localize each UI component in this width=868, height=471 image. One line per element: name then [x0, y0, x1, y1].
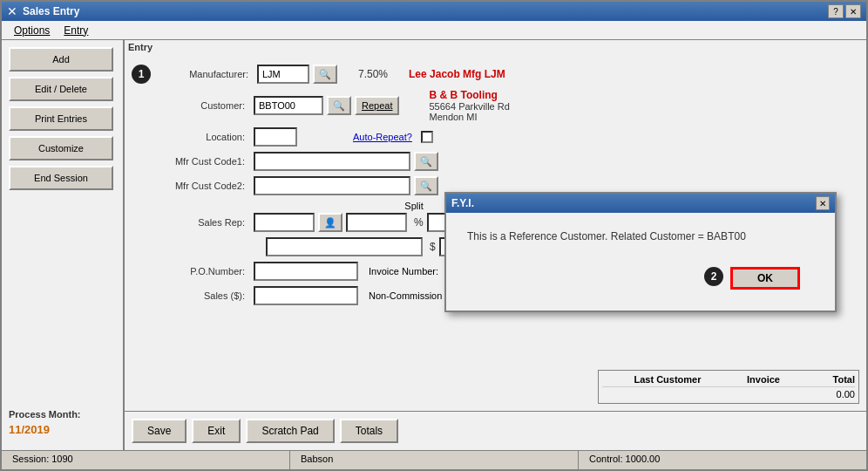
ok-button[interactable]: OK [730, 267, 800, 290]
dialog-message: This is a Reference Customer. Related Cu… [467, 230, 814, 242]
step2-badge: 2 [704, 267, 723, 286]
main-window: ✕ Sales Entry ? ✕ Options Entry Add Edit… [0, 0, 868, 471]
dialog-body: This is a Reference Customer. Related Cu… [446, 213, 835, 311]
dialog-close-button[interactable]: ✕ [816, 196, 830, 210]
dialog-title-bar: F.Y.I. ✕ [446, 194, 835, 213]
dialog-title-text: F.Y.I. [451, 197, 474, 209]
fyi-dialog: F.Y.I. ✕ This is a Reference Customer. R… [444, 192, 837, 312]
dialog-footer: 2 OK [467, 260, 814, 297]
dialog-overlay: F.Y.I. ✕ This is a Reference Customer. R… [0, 0, 868, 471]
